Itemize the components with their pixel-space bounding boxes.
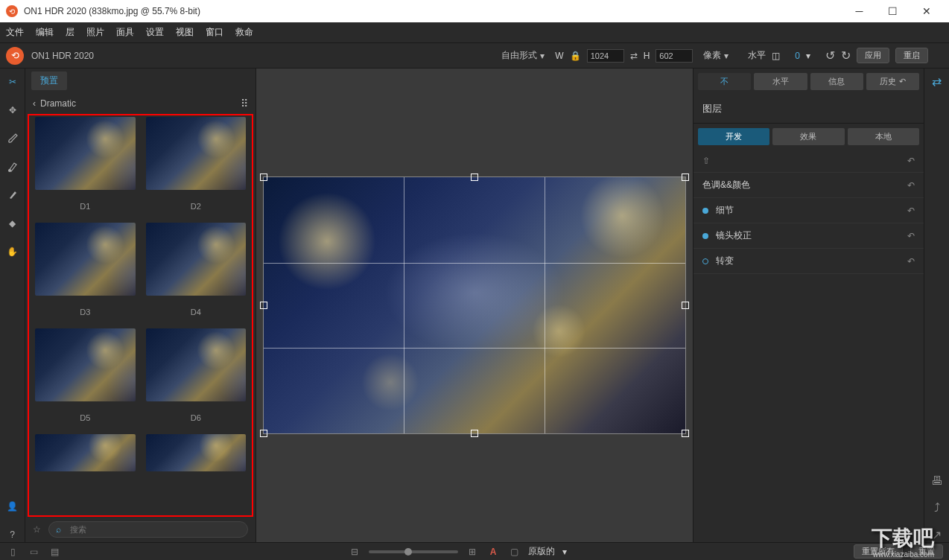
marker-a-icon[interactable]: A [486,547,500,557]
preset-thumbnail[interactable] [146,117,247,190]
crop-handle[interactable] [682,174,689,181]
preset-thumbnail[interactable] [146,434,247,471]
canvas-image[interactable] [263,176,686,434]
crop-handle[interactable] [682,302,689,309]
clone-tool[interactable] [5,188,20,203]
minimize-button[interactable]: ─ [842,0,876,22]
undo-icon[interactable]: ↶ [907,256,915,267]
panel-row-transform[interactable]: 转变 ↶ [694,249,924,274]
swap-icon[interactable]: ⇄ [630,51,638,61]
subtab-local[interactable]: 本地 [848,128,919,145]
tab-history[interactable]: 历史↶ [866,73,919,90]
zoom-slider[interactable] [369,550,458,553]
menu-window[interactable]: 窗口 [206,26,223,39]
panel-row-lens[interactable]: 镜头校正 ↶ [694,223,924,249]
menu-edit[interactable]: 编辑 [36,26,54,39]
heal-tool[interactable]: ◆ [5,216,20,231]
preset-item[interactable]: D6 [146,328,247,430]
user-icon[interactable]: 👤 [5,499,20,514]
crop-handle[interactable] [260,430,267,437]
panel-row-tone[interactable]: 色调&&颜色 ↶ [694,173,924,198]
search-input[interactable] [48,521,248,538]
menu-layer[interactable]: 层 [66,26,74,39]
menu-photo[interactable]: 照片 [86,26,104,39]
mask-brush-tool[interactable] [5,159,20,174]
brush-tool[interactable] [5,131,20,146]
preset-item[interactable]: D2 [146,117,247,218]
preset-thumbnail[interactable] [146,328,247,401]
reset-button[interactable]: 重置 [910,544,943,559]
preset-item[interactable]: D1 [35,117,136,218]
help-icon[interactable]: ? [5,527,20,542]
menu-help[interactable]: 救命 [235,26,253,39]
move-tool[interactable]: ✥ [5,103,20,118]
menu-view[interactable]: 视图 [176,26,194,39]
preset-item[interactable] [35,434,136,471]
panel-row-share[interactable]: ⇧ ↶ [694,150,924,173]
square-icon[interactable]: ▢ [507,547,521,557]
rotate-ccw-icon[interactable]: ↺ [825,48,835,63]
preset-item[interactable]: D3 [35,223,136,324]
preset-thumbnail[interactable] [35,328,136,401]
reset-button[interactable]: 重启 [895,48,928,63]
zoom-out-icon[interactable]: ⊟ [348,547,361,557]
preset-item[interactable]: D4 [146,223,247,324]
preset-item[interactable]: D5 [35,328,136,430]
close-button[interactable]: ✕ [910,0,943,22]
height-input[interactable] [656,49,693,63]
undo-icon[interactable]: ↶ [907,231,915,241]
menu-settings[interactable]: 设置 [146,26,164,39]
crop-handle[interactable] [260,302,267,309]
chevron-down-icon[interactable]: ▾ [806,51,810,61]
crop-handle[interactable] [260,174,267,181]
subtab-effects[interactable]: 效果 [772,128,844,145]
preset-thumbnail[interactable] [146,223,247,296]
width-input[interactable] [587,49,624,63]
undo-icon[interactable]: ↶ [907,180,915,191]
zoom-in-icon[interactable]: ⊞ [466,547,479,557]
undo-icon[interactable]: ↶ [907,156,915,166]
subtab-develop[interactable]: 开发 [698,128,769,145]
lock-icon[interactable]: 🔒 [570,51,581,61]
single-view-icon[interactable]: ▯ [6,547,19,557]
preset-thumbnail[interactable] [35,117,136,190]
origin-label[interactable]: 原版的 [528,545,555,558]
reset-all-button[interactable]: 重置所有 [854,544,903,559]
level-icon[interactable]: ◫ [772,51,780,61]
angle-value[interactable]: 0 [795,51,800,61]
favorite-icon[interactable]: ☆ [33,524,41,535]
tab-none[interactable]: 不 [698,73,751,90]
preset-tab[interactable]: 预置 [31,71,67,90]
export-icon[interactable]: ↗ [932,528,942,542]
preset-item[interactable] [146,434,247,471]
right-panel: 不 水平 信息 历史↶ 图层 开发 效果 本地 ⇧ ↶ 色调&&颜色 ↶ 细节 … [693,69,924,542]
printer-icon[interactable]: 🖶 [931,474,943,488]
crop-handle[interactable] [471,174,478,181]
share-icon[interactable]: ⤴ [934,501,940,515]
menu-file[interactable]: 文件 [6,26,24,39]
compare-view-icon[interactable]: ▭ [27,547,40,557]
undo-icon[interactable]: ↶ [907,206,915,216]
unit-select[interactable]: 像素 ▾ [699,48,733,63]
panel-row-detail[interactable]: 细节 ↶ [694,198,924,223]
grid-view-icon[interactable]: ⠿ [241,98,248,109]
crop-mode-select[interactable]: 自由形式 ▾ [497,48,549,63]
tab-info[interactable]: 信息 [810,73,863,90]
link-icon[interactable]: ⇄ [932,74,942,89]
maximize-button[interactable]: ☐ [876,0,910,22]
menu-mask[interactable]: 面具 [116,26,134,39]
crop-handle[interactable] [471,430,478,437]
preset-thumbnail[interactable] [35,434,136,471]
hand-tool[interactable]: ✋ [5,244,20,259]
preset-thumbnail[interactable] [35,223,136,296]
rotate-cw-icon[interactable]: ↻ [841,48,851,63]
crop-tool[interactable]: ✂ [5,74,20,89]
tab-level[interactable]: 水平 [754,73,807,90]
apply-button[interactable]: 应用 [857,48,889,63]
back-icon[interactable]: ‹ [33,98,36,109]
share-icon[interactable]: ⇧ [702,156,710,166]
filmstrip-view-icon[interactable]: ▤ [48,547,61,557]
crop-handle[interactable] [682,430,689,437]
preset-panel: 预置 ‹ Dramatic ⠿ D1 D2 D3 D4 D5 D6 [25,69,256,542]
chevron-down-icon[interactable]: ▾ [562,547,567,557]
